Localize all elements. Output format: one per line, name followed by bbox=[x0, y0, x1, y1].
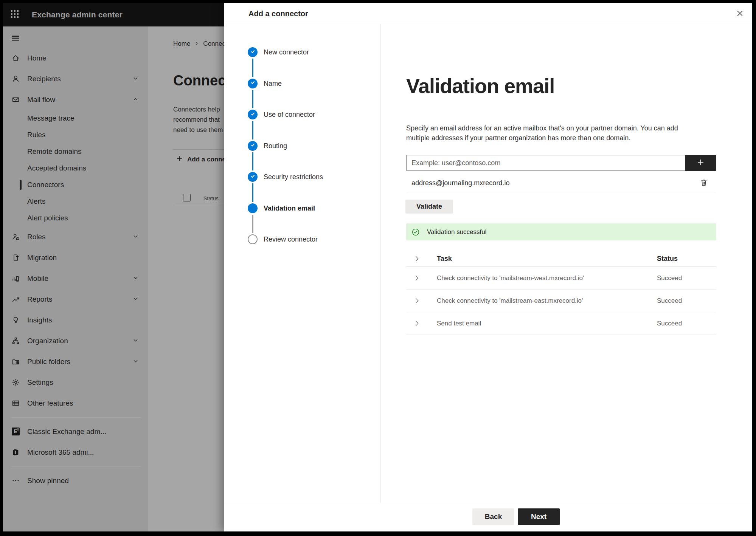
task-name: Send test email bbox=[437, 320, 481, 327]
close-icon bbox=[736, 9, 744, 19]
step-label-use-of-connector: Use of connector bbox=[264, 111, 315, 119]
added-address-row: address@journaling.mxrecord.io bbox=[406, 173, 716, 193]
next-button[interactable]: Next bbox=[518, 508, 560, 525]
plus-icon bbox=[697, 158, 705, 167]
step-label-new-connector: New connector bbox=[264, 48, 309, 56]
check-icon bbox=[250, 49, 256, 56]
step-indicator-validation-email bbox=[248, 203, 258, 213]
step-label-validation-email: Validation email bbox=[264, 204, 315, 212]
step-connector bbox=[252, 59, 253, 77]
task-table-body: Check connectivity to 'mailstream-west.m… bbox=[406, 267, 716, 335]
step-connector bbox=[252, 183, 253, 202]
email-input-row bbox=[406, 155, 716, 171]
dialog-header: Add a connector bbox=[224, 3, 752, 24]
chevron-right-icon[interactable] bbox=[414, 275, 421, 282]
step-label-routing: Routing bbox=[264, 142, 287, 150]
task-row[interactable]: Send test emailSucceed bbox=[406, 312, 716, 335]
step-connector bbox=[252, 90, 253, 108]
added-address: address@journaling.mxrecord.io bbox=[411, 179, 509, 187]
task-table-header: Task Status bbox=[406, 251, 716, 267]
task-row[interactable]: Check connectivity to 'mailstream-east.m… bbox=[406, 290, 716, 312]
chevron-right-icon[interactable] bbox=[414, 256, 421, 262]
task-table: Task Status Check connectivity to 'mails… bbox=[406, 251, 716, 335]
task-name: Check connectivity to 'mailstream-west.m… bbox=[437, 274, 584, 282]
delete-address-button[interactable] bbox=[700, 178, 709, 187]
trash-icon bbox=[700, 181, 708, 188]
validation-success-banner: Validation successful bbox=[406, 223, 716, 240]
step-indicator-routing bbox=[248, 141, 258, 151]
status-column-header: Status bbox=[657, 255, 678, 263]
check-icon bbox=[250, 142, 256, 149]
success-check-circle-icon bbox=[411, 228, 420, 236]
check-icon bbox=[250, 111, 256, 118]
add-address-button[interactable] bbox=[685, 155, 716, 171]
app-window: Exchange admin center HomeRecipientsMail… bbox=[3, 3, 752, 531]
step-indicator-review-connector bbox=[248, 234, 258, 244]
step-label-name: Name bbox=[264, 79, 282, 87]
dialog-footer: Back Next bbox=[224, 503, 752, 531]
step-heading: Validation email bbox=[406, 74, 554, 98]
email-input[interactable] bbox=[406, 155, 685, 171]
validate-button[interactable]: Validate bbox=[405, 200, 453, 214]
task-row[interactable]: Check connectivity to 'mailstream-west.m… bbox=[406, 267, 716, 290]
chevron-right-icon[interactable] bbox=[414, 320, 421, 327]
success-message: Validation successful bbox=[427, 228, 487, 236]
step-connector bbox=[252, 121, 253, 139]
back-button[interactable]: Back bbox=[472, 508, 514, 525]
dialog-title: Add a connector bbox=[248, 9, 308, 18]
step-label-review-connector: Review connector bbox=[264, 235, 318, 243]
check-icon bbox=[250, 80, 256, 87]
step-indicator-new-connector bbox=[248, 47, 258, 57]
task-status: Succeed bbox=[657, 297, 682, 305]
task-status: Succeed bbox=[657, 274, 682, 282]
task-status: Succeed bbox=[657, 320, 682, 327]
step-indicator-name bbox=[248, 79, 258, 88]
step-label-security-restrictions: Security restrictions bbox=[264, 173, 323, 181]
check-icon bbox=[250, 174, 256, 181]
step-indicator-security-restrictions bbox=[248, 172, 258, 182]
chevron-right-icon[interactable] bbox=[414, 297, 421, 304]
step-description: Specify an email address for an active m… bbox=[406, 123, 678, 143]
dialog-content: Validation email Specify an email addres… bbox=[381, 24, 752, 503]
close-button[interactable] bbox=[734, 8, 745, 20]
add-connector-dialog: Add a connector New connectorNameUse of … bbox=[224, 3, 752, 531]
step-connector bbox=[252, 152, 253, 171]
task-column-header: Task bbox=[437, 255, 452, 263]
step-indicator-use-of-connector bbox=[248, 110, 258, 119]
wizard-steps: New connectorNameUse of connectorRouting… bbox=[224, 24, 380, 503]
dialog-body: New connectorNameUse of connectorRouting… bbox=[224, 24, 752, 503]
task-name: Check connectivity to 'mailstream-east.m… bbox=[437, 297, 583, 305]
step-connector bbox=[252, 215, 253, 233]
